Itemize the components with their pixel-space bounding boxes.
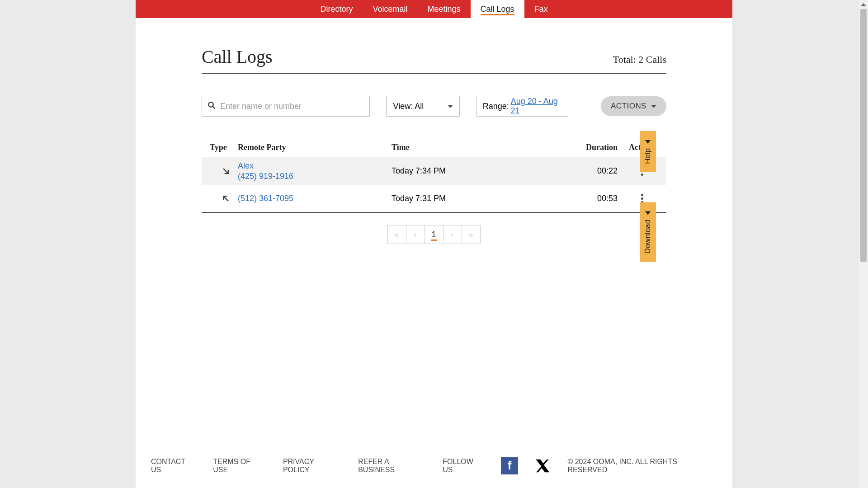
remote-party-cell: (512) 361-7095 xyxy=(238,194,392,203)
top-nav: Directory Voicemail Meetings Call Logs F… xyxy=(136,0,732,18)
call-type-cell xyxy=(202,164,238,178)
tab-voicemail[interactable]: Voicemail xyxy=(363,0,417,18)
table-row: Alex (425) 919-1916 Today 7:34 PM 00:22 xyxy=(202,157,666,185)
collapse-arrow-icon xyxy=(645,140,651,144)
svg-line-1 xyxy=(212,106,215,108)
total-calls: Total: 2 Calls xyxy=(613,54,666,66)
contact-name-link[interactable]: Alex xyxy=(238,161,392,171)
footer-refer-link[interactable]: REFER A BUSINESS xyxy=(358,458,426,474)
svg-point-0 xyxy=(208,102,213,107)
tab-meetings[interactable]: Meetings xyxy=(417,0,470,18)
tab-directory[interactable]: Directory xyxy=(310,0,363,18)
call-time-cell: Today 7:31 PM xyxy=(392,194,559,203)
download-tab[interactable]: Download xyxy=(640,202,656,262)
vertical-scrollbar[interactable] xyxy=(859,0,868,488)
svg-line-2 xyxy=(223,169,228,174)
contact-number-link[interactable]: (512) 361-7095 xyxy=(238,194,293,203)
page-next-button[interactable]: › xyxy=(443,225,462,244)
pagination: « ‹ 1 › » xyxy=(202,225,666,244)
svg-line-3 xyxy=(223,196,228,201)
caret-down-icon xyxy=(448,105,453,108)
row-actions-cell xyxy=(618,194,666,203)
tab-fax[interactable]: Fax xyxy=(524,0,558,18)
call-log-table: Type Remote Party Time Duration Actions … xyxy=(202,143,666,213)
page-prev-button[interactable]: ‹ xyxy=(406,225,425,244)
actions-label: ACTIONS xyxy=(611,102,646,111)
scrollbar-track[interactable] xyxy=(859,9,868,479)
page-first-button[interactable]: « xyxy=(387,225,406,244)
main-content: Call Logs Total: 2 Calls View: All Range… xyxy=(202,18,666,244)
page-title: Call Logs xyxy=(202,46,273,67)
footer-copyright: © 2024 OOMA, INC. ALL RIGHTS RESERVED xyxy=(567,458,717,474)
help-tab-label: Help xyxy=(643,148,652,164)
call-duration-cell: 00:53 xyxy=(559,194,618,203)
collapse-arrow-icon xyxy=(645,211,651,215)
download-tab-label: Download xyxy=(643,220,652,254)
triangle-up-icon xyxy=(861,3,866,6)
th-duration: Duration xyxy=(559,143,618,152)
range-label: Range: xyxy=(483,102,509,111)
footer: CONTACT US TERMS OF USE PRIVACY POLICY R… xyxy=(136,443,732,488)
call-type-cell xyxy=(202,192,238,206)
scrollbar-thumb[interactable] xyxy=(860,9,867,262)
page-number-button[interactable]: 1 xyxy=(425,225,443,244)
call-duration-cell: 00:22 xyxy=(559,166,618,176)
footer-terms-link[interactable]: TERMS OF USE xyxy=(213,458,267,474)
view-filter[interactable]: View: All xyxy=(386,96,459,117)
facebook-icon[interactable]: f xyxy=(501,457,518,474)
page-header: Call Logs Total: 2 Calls xyxy=(202,46,666,74)
search-input[interactable] xyxy=(220,102,364,111)
date-range-link[interactable]: Aug 20 - Aug 21 xyxy=(511,97,561,116)
view-filter-label: View: All xyxy=(393,102,424,111)
table-header: Type Remote Party Time Duration Actions xyxy=(202,143,666,157)
tab-call-logs[interactable]: Call Logs xyxy=(471,0,524,18)
th-time: Time xyxy=(392,143,559,152)
help-tab[interactable]: Help xyxy=(640,131,656,172)
filter-row: View: All Range: Aug 20 - Aug 21 ACTIONS xyxy=(202,96,666,117)
x-twitter-icon[interactable] xyxy=(534,457,552,474)
table-row: (512) 361-7095 Today 7:31 PM 00:53 xyxy=(202,185,666,213)
search-icon xyxy=(208,101,216,111)
scroll-up-button[interactable] xyxy=(859,0,868,9)
incoming-call-icon xyxy=(222,167,231,176)
remote-party-cell: Alex (425) 919-1916 xyxy=(238,161,392,181)
search-box[interactable] xyxy=(202,96,370,117)
footer-privacy-link[interactable]: PRIVACY POLICY xyxy=(283,458,342,474)
th-remote-party: Remote Party xyxy=(238,143,392,152)
footer-follow-label: FOLLOW US xyxy=(443,458,485,474)
footer-contact-link[interactable]: CONTACT US xyxy=(151,458,197,474)
th-type: Type xyxy=(202,143,238,152)
page-last-button[interactable]: » xyxy=(462,225,481,244)
contact-number-link[interactable]: (425) 919-1916 xyxy=(238,172,392,181)
actions-menu-button[interactable]: ACTIONS xyxy=(601,96,666,116)
outgoing-call-icon xyxy=(222,194,231,203)
call-time-cell: Today 7:34 PM xyxy=(392,166,559,176)
caret-down-icon xyxy=(651,105,656,108)
row-menu-button[interactable] xyxy=(637,194,646,203)
date-range: Range: Aug 20 - Aug 21 xyxy=(476,96,568,117)
